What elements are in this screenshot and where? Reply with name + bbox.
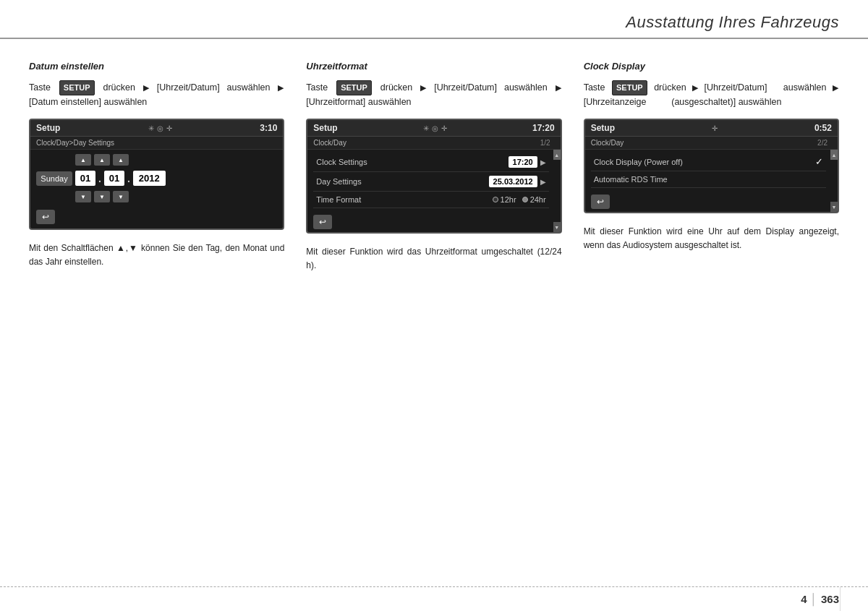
clock-display-label: Clock Display (Power off): [594, 158, 683, 166]
day-arrow-right: ▶: [540, 178, 546, 186]
date-month: 01: [104, 171, 124, 186]
screen1-arrows-down: ▼ ▼ ▼: [36, 191, 277, 202]
arrow-up-month[interactable]: ▲: [94, 154, 110, 166]
screen1-header: Setup ✳ ◎ ✛ 3:10: [30, 120, 283, 137]
radio-dot-12: [493, 197, 498, 202]
back-button-1[interactable]: ↩: [36, 210, 55, 224]
section-title-2: Uhrzeitformat: [306, 61, 561, 72]
screen3-body: Clock Display (Power off) ✓ Automatic RD…: [585, 150, 838, 212]
clock-settings-value-group: 17:20 ▶: [509, 156, 546, 168]
screen1-sub-header: Clock/Day>Day Settings: [30, 137, 283, 150]
scroll3-up[interactable]: ▲: [830, 150, 838, 160]
caption-3: Mit dieser Funktion wird eine Uhr auf de…: [584, 225, 839, 252]
screen2-row-clock[interactable]: Clock Settings 17:20 ▶: [313, 153, 548, 172]
screen3-back-row: ↩: [591, 188, 826, 209]
page-number-section: 4 │ 363: [801, 593, 839, 605]
screen2-time: 17:20: [532, 123, 555, 133]
screen2-icon-star: ✳: [423, 124, 429, 132]
screen1-arrows-up: ▲ ▲ ▲: [36, 154, 277, 166]
screen3-sub-header: Clock/Day: [585, 137, 630, 149]
day-label: Sunday: [36, 171, 72, 186]
screen1-icons: ✳ ◎ ✛: [148, 124, 172, 132]
screen3-icons: ✛: [712, 124, 718, 132]
screen-2: Setup ✳ ◎ ✛ 17:20 Clock/Day 1/2 Clock Se…: [306, 119, 561, 234]
screen2-row-day[interactable]: Day Settings 25.03.2012 ▶: [313, 172, 548, 192]
day-settings-label: Day Settings: [316, 177, 361, 186]
scroll-up[interactable]: ▲: [553, 150, 561, 160]
screen1-time: 3:10: [260, 123, 277, 133]
arrow-down-day[interactable]: ▼: [75, 191, 91, 202]
screen2-sub-row: Clock/Day 1/2: [307, 137, 560, 150]
screen2-row-timeformat[interactable]: Time Format 12hr 24hr: [313, 192, 548, 208]
column-datum-einstellen: Datum einstellen Taste SETUP drücken ▶ […: [29, 61, 284, 272]
page-separator: │: [811, 593, 817, 605]
column-clock-display: Clock Display Taste SETUP drücken ▶ [Uhr…: [584, 61, 839, 272]
scroll-track: [553, 160, 561, 222]
scroll3-track: [830, 160, 838, 202]
screen2-title: Setup: [313, 123, 337, 133]
header-title: Ausstattung Ihres Fahrzeugs: [626, 13, 839, 32]
screen1-back-row: ↩: [36, 202, 277, 224]
arrow-up-day[interactable]: ▲: [75, 154, 91, 166]
arrow-up-year[interactable]: ▲: [113, 154, 129, 166]
screen2-scrollbar: ▲ ▼: [553, 150, 561, 232]
screen2-page: 1/2: [540, 139, 561, 147]
column-uhrzeitformat: Uhrzeitformat Taste SETUP drücken ▶ [Uhr…: [306, 61, 561, 272]
screen1-icon-circle: ◎: [157, 124, 163, 132]
screen2-back-row: ↩: [313, 208, 548, 229]
radio-24-label: 24hr: [530, 195, 546, 204]
day-settings-value: 25.03.2012: [489, 176, 537, 187]
date-sep-2: .: [127, 173, 130, 184]
page-number: 4 │ 363: [801, 593, 839, 605]
section-title-1: Datum einstellen: [29, 61, 284, 72]
screen1-icon-cross: ✛: [166, 124, 172, 132]
page-header: Ausstattung Ihres Fahrzeugs: [0, 0, 868, 39]
screen2-body: Clock Settings 17:20 ▶ Day Settings 25.0…: [307, 150, 560, 232]
screen2-icon-circle: ◎: [432, 124, 438, 132]
main-content: Datum einstellen Taste SETUP drücken ▶ […: [0, 39, 868, 286]
arrow-down-year[interactable]: ▼: [113, 191, 129, 202]
screen3-time: 0:52: [814, 123, 832, 133]
scroll-down[interactable]: ▼: [553, 222, 561, 232]
screen3-icon-cross: ✛: [712, 124, 718, 132]
back-button-3[interactable]: ↩: [591, 195, 610, 209]
date-sep-1: .: [98, 173, 101, 184]
date-picker: Sunday 01 . 01 . 2012: [36, 168, 277, 189]
screen-1: Setup ✳ ◎ ✛ 3:10 Clock/Day>Day Settings …: [29, 119, 284, 230]
arrow-down-month[interactable]: ▼: [94, 191, 110, 202]
page-num-main: 4: [801, 593, 807, 605]
screen3-title: Setup: [591, 123, 615, 133]
radio-12-label: 12hr: [501, 195, 516, 204]
footer-vertical-divider: [840, 587, 841, 611]
back-button-2[interactable]: ↩: [313, 215, 332, 229]
screen3-header: Setup ✛ 0:52: [585, 120, 838, 137]
radio-24hr[interactable]: 24hr: [522, 195, 546, 204]
screen1-title: Setup: [36, 123, 60, 133]
date-day: 01: [75, 171, 95, 186]
radio-group-timeformat: 12hr 24hr: [493, 195, 546, 204]
scroll3-down[interactable]: ▼: [830, 202, 838, 212]
screen2-sub-header: Clock/Day: [307, 137, 352, 149]
screen-3: Setup ✛ 0:52 Clock/Day 2/2 Clock Display…: [584, 119, 839, 213]
date-year: 2012: [133, 171, 166, 186]
screen3-scrollbar: ▲ ▼: [830, 150, 838, 212]
caption-2: Mit dieser Funktion wird das Uhrzeitform…: [306, 245, 561, 272]
page-footer: 4 │ 363: [0, 586, 868, 611]
page-num-total: 363: [821, 593, 839, 605]
screen1-icon-star: ✳: [148, 124, 154, 132]
screen2-icons: ✳ ◎ ✛: [423, 124, 447, 132]
screen3-row-rds[interactable]: Automatic RDS Time: [591, 171, 826, 188]
check-mark-icon: ✓: [815, 156, 823, 167]
screen2-icon-cross: ✛: [441, 124, 447, 132]
screen3-sub-row: Clock/Day 2/2: [585, 137, 838, 150]
clock-arrow-right: ▶: [540, 158, 546, 166]
screen1-body: ▲ ▲ ▲ Sunday 01 . 01 . 2012 ▼ ▼ ▼: [30, 150, 283, 228]
clock-settings-label: Clock Settings: [316, 158, 367, 166]
auto-rds-label: Automatic RDS Time: [594, 175, 668, 184]
section-text-before-1: Taste SETUP drücken ▶ [Uhrzeit/Datum] au…: [29, 80, 284, 108]
setup-badge-2: SETUP: [336, 80, 372, 95]
radio-12hr[interactable]: 12hr: [493, 195, 516, 204]
setup-badge-3: SETUP: [612, 80, 647, 95]
screen3-row-clockdisplay[interactable]: Clock Display (Power off) ✓: [591, 153, 826, 171]
section-title-3: Clock Display: [584, 61, 839, 72]
